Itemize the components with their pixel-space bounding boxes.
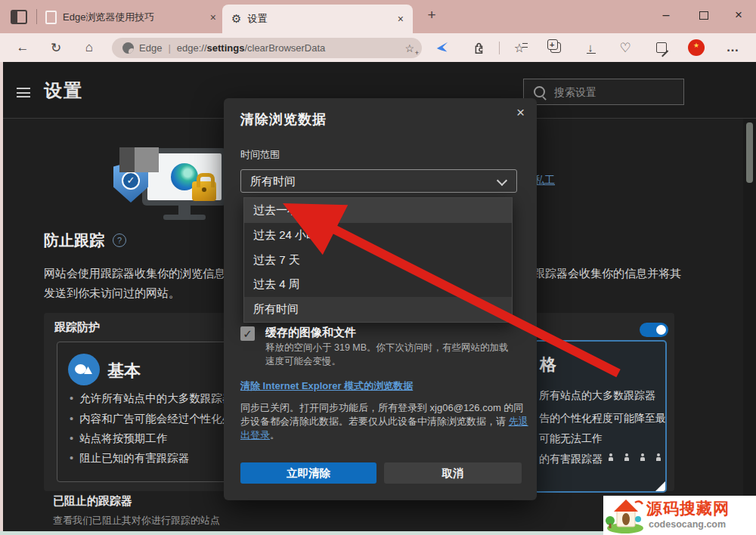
head (657, 453, 660, 456)
lock-icon (192, 181, 216, 201)
maximize-button[interactable] (689, 3, 718, 27)
minimize-button[interactable]: – (652, 3, 680, 27)
tab-edge-tips[interactable]: Edge浏览器使用技巧 × (44, 5, 219, 29)
monitor-stand (178, 206, 191, 215)
sign-out-link[interactable]: 出登录 (240, 429, 270, 441)
option-all-time[interactable]: 所有时间 (244, 297, 512, 322)
strict-bullet-2: 告的个性化程度可能降至最低 (539, 412, 667, 425)
avatar-flag: ★ (688, 39, 705, 56)
url-host: settings (207, 42, 245, 54)
dialog-close-icon[interactable]: × (516, 104, 525, 121)
collections-glyph: + (550, 42, 561, 53)
body (609, 457, 613, 461)
puzzle-glyph (472, 41, 485, 54)
icon-blob (75, 364, 86, 374)
refresh-button[interactable]: ↻ (45, 38, 67, 57)
cached-files-checkbox[interactable]: ✓ (240, 326, 255, 341)
body (640, 457, 645, 461)
edge-site-icon (122, 42, 134, 54)
section-desc-right-fragment: 跟踪器会收集你的信息并将其 (534, 267, 681, 281)
add-favorite-icon[interactable]: ☆+ (404, 42, 414, 54)
capture-glyph (656, 42, 667, 53)
tab-activity-icon-fill (12, 11, 17, 23)
option-last-hour[interactable]: 过去一小时 (244, 198, 512, 223)
basic-bullet-4: • 阻止已知的有害跟踪器 (70, 451, 189, 465)
menu-hamburger-icon[interactable] (17, 88, 30, 97)
cached-files-desc-line2: 速度可能会变慢。 (265, 355, 341, 368)
section-desc-line2: 发送到你未访问过的网站。 (44, 286, 180, 301)
downloads-icon[interactable]: ↓ (579, 37, 602, 58)
sync-text-tail: 。 (270, 429, 280, 441)
basic-bullet-1: • 允许所有站点中的大多数跟踪器 (70, 391, 233, 406)
option-last-24h[interactable]: 过去 24 小时 (244, 223, 512, 248)
favorites-hub-icon[interactable]: ☆ (508, 37, 531, 58)
strict-option-title-fragment: 格 (540, 354, 556, 376)
tracking-toggle[interactable] (640, 323, 668, 337)
time-range-listbox: 过去一小时 过去 24 小时 过去 7 天 过去 4 周 所有时间 (243, 197, 513, 323)
tabbar-divider (36, 9, 37, 24)
address-bar[interactable]: Edge | edge://settings/clearBrowserData … (112, 38, 422, 58)
chevron-down-icon (497, 175, 507, 186)
web-capture-icon[interactable] (650, 37, 673, 58)
url-text: edge://settings/clearBrowserData (177, 42, 326, 54)
sign-out-link[interactable]: 先退 (509, 416, 528, 427)
browser-essentials-icon[interactable]: ♡ (614, 37, 637, 58)
monitor-base (163, 215, 206, 220)
plus-icon: + (550, 40, 554, 49)
tab-title: Edge浏览器使用技巧 (63, 11, 154, 24)
clear-now-button[interactable]: 立即清除 (240, 462, 376, 484)
section-desc-line1: 网站会使用跟踪器收集你的浏览信息 (44, 267, 225, 281)
tab-close-icon[interactable]: × (395, 13, 407, 25)
bullet-dot: • (70, 432, 73, 444)
select-value: 所有时间 (250, 175, 296, 187)
privacy-link-fragment-right[interactable]: 私工 (534, 174, 555, 187)
person-icon (655, 453, 661, 462)
back-button[interactable]: ← (12, 38, 33, 57)
watermark-house-logo (605, 496, 646, 534)
head (625, 453, 628, 456)
tab-settings[interactable]: ⚙ 设置 × (222, 5, 413, 33)
extensions-icon[interactable] (467, 37, 490, 58)
option-last-7d[interactable]: 过去 7 天 (244, 248, 512, 273)
head (609, 453, 612, 456)
profile-avatar[interactable]: ★ (685, 37, 708, 58)
collections-icon[interactable]: + (544, 37, 567, 58)
search-input[interactable] (553, 85, 669, 99)
capture-pencil (662, 51, 668, 57)
tab-activity-icon[interactable] (11, 10, 27, 24)
help-icon[interactable]: ? (113, 233, 126, 247)
search-icon-handle (542, 96, 547, 101)
person-icon (640, 453, 645, 462)
keyhole (202, 187, 206, 192)
settings-search-box[interactable] (523, 79, 684, 105)
new-tab-button[interactable]: + (422, 7, 442, 23)
watermark-site-name: 源码搜藏网 (646, 498, 730, 519)
site-label: Edge (139, 42, 162, 54)
selected-corner-triangle (654, 480, 667, 493)
bar (17, 92, 30, 94)
edge-site-icon-crescent (129, 48, 134, 54)
window-frame-left (0, 62, 3, 535)
time-range-select[interactable]: 所有时间 (240, 169, 517, 193)
blocked-trackers-heading[interactable]: 已阻止的跟踪器 (53, 494, 132, 509)
cancel-button[interactable]: 取消 (384, 462, 522, 484)
tab-bar: Edge浏览器使用技巧 × ⚙ 设置 × + – × (0, 0, 756, 33)
extension-bird-icon[interactable] (431, 37, 454, 58)
bullet-text: 阻止已知的有害跟踪器 (79, 452, 189, 464)
person-icon (624, 453, 629, 462)
strict-option-card[interactable]: 格 所有站点的大多数跟踪器 告的个性化程度可能降至最低 可能无法工作 的有害跟踪… (534, 340, 667, 493)
tracking-card-title: 跟踪防护 (54, 320, 100, 335)
more-menu-button[interactable]: … (721, 37, 744, 58)
option-last-4w[interactable]: 过去 4 周 (244, 272, 512, 297)
body (656, 457, 661, 461)
ie-mode-clear-link[interactable]: 清除 Internet Explorer 模式的浏览数据 (240, 379, 413, 393)
plus-icon: + (415, 49, 419, 57)
toggle-knob (656, 325, 666, 335)
browser-toolbar: ← ↻ ⌂ Edge | edge://settings/clearBrowse… (0, 33, 756, 62)
watermark-domain: codesocang.com (649, 519, 726, 530)
bar (17, 88, 30, 89)
tab-close-icon[interactable]: × (207, 11, 219, 23)
home-button[interactable]: ⌂ (79, 38, 100, 57)
scrollbar-thumb[interactable] (746, 122, 753, 183)
window-close-button[interactable]: × (724, 3, 753, 27)
